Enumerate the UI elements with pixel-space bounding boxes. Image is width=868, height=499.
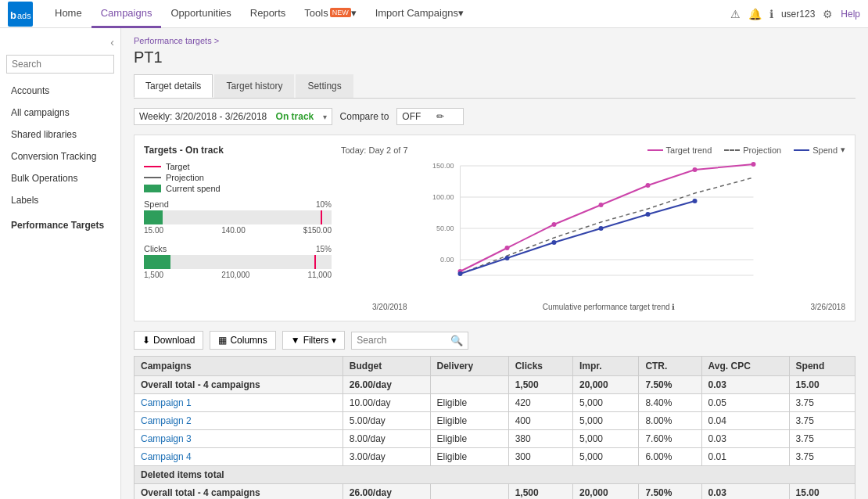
- compare-to-select[interactable]: OFF ✏: [396, 108, 464, 125]
- overall-bottom-delivery: [430, 484, 508, 500]
- svg-point-25: [693, 199, 698, 203]
- bell-icon[interactable]: 🔔: [748, 8, 762, 20]
- campaign-3-clicks: 380: [508, 430, 572, 448]
- overall-budget: 26.00/day: [343, 376, 430, 394]
- date-range-dropdown-arrow[interactable]: ▾: [323, 113, 327, 121]
- target-line-icon: [144, 166, 161, 167]
- svg-text:50.00: 50.00: [436, 224, 454, 232]
- campaign-1-clicks: 420: [508, 394, 572, 412]
- overall-ctr: 7.50%: [639, 376, 701, 394]
- tab-settings[interactable]: Settings: [296, 74, 353, 98]
- col-spend[interactable]: Spend: [789, 357, 855, 376]
- col-avg-cpc[interactable]: Avg. CPC: [701, 357, 789, 376]
- overall-clicks: 1,500: [508, 376, 572, 394]
- clicks-bar-pct: 15%: [316, 245, 332, 253]
- info-icon[interactable]: ℹ: [769, 8, 773, 20]
- sidebar-item-conversion-tracking[interactable]: Conversion Tracking: [0, 145, 120, 167]
- nav-home[interactable]: Home: [45, 0, 91, 28]
- overall-impr: 20,000: [572, 376, 638, 394]
- nav-tools[interactable]: ToolsNEW ▾: [295, 0, 365, 28]
- campaign-4-impr: 5,000: [572, 448, 638, 466]
- campaign-2-name[interactable]: Campaign 2: [135, 412, 343, 430]
- data-table: Campaigns Budget Delivery Clicks Impr. C…: [134, 356, 855, 499]
- status-badge: On track: [276, 111, 314, 122]
- col-delivery[interactable]: Delivery: [430, 357, 508, 376]
- x-end-label: 3/26/2018: [810, 303, 845, 311]
- compare-edit-icon[interactable]: ✏: [436, 111, 444, 122]
- svg-point-17: [646, 183, 651, 188]
- tab-target-details[interactable]: Target details: [134, 74, 213, 98]
- line-chart-container: Today: Day 2 of 7 Target trend Projectio…: [341, 145, 845, 311]
- overall-total-row-top: Overall total - 4 campaigns 26.00/day 1,…: [135, 376, 855, 394]
- sidebar-item-bulk-operations[interactable]: Bulk Operations: [0, 167, 120, 189]
- col-impr[interactable]: Impr.: [572, 357, 638, 376]
- campaign-1-name[interactable]: Campaign 1: [135, 394, 343, 412]
- table-search-input[interactable]: [352, 332, 446, 348]
- sidebar-item-all-campaigns[interactable]: All campaigns: [0, 102, 120, 124]
- date-range-label: Weekly: 3/20/2018 - 3/26/2018: [139, 111, 267, 122]
- overall-bottom-clicks: 1,500: [508, 484, 572, 500]
- date-range-select[interactable]: Weekly: 3/20/2018 - 3/26/2018 On track ▾: [134, 108, 332, 125]
- spend-target-line: [321, 210, 322, 224]
- alert-icon[interactable]: ⚠: [730, 8, 741, 20]
- col-budget[interactable]: Budget: [343, 357, 430, 376]
- tab-target-history[interactable]: Target history: [214, 74, 294, 98]
- download-label: Download: [153, 335, 195, 346]
- sidebar-item-shared-libraries[interactable]: Shared libraries: [0, 124, 120, 145]
- campaign-4-name[interactable]: Campaign 4: [135, 448, 343, 466]
- chart-legend: Target trend Projection Spend ▾: [647, 145, 845, 155]
- campaign-1-spend: 3.75: [789, 394, 855, 412]
- sidebar-item-labels[interactable]: Labels: [0, 189, 120, 211]
- gear-icon[interactable]: ⚙: [823, 8, 833, 20]
- user-label[interactable]: user123: [781, 9, 815, 20]
- clicks-marker-0: 1,500: [144, 271, 163, 279]
- campaign-3-name[interactable]: Campaign 3: [135, 430, 343, 448]
- campaign-row-2: Campaign 2 5.00/day Eligible 400 5,000 8…: [135, 412, 855, 430]
- col-ctr[interactable]: CTR.: [639, 357, 701, 376]
- sidebar-collapse[interactable]: ‹: [0, 33, 120, 52]
- campaign-2-impr: 5,000: [572, 412, 638, 430]
- overall-spend: 15.00: [789, 376, 855, 394]
- col-campaigns[interactable]: Campaigns: [135, 357, 343, 376]
- svg-text:0.00: 0.00: [440, 256, 454, 264]
- sidebar-item-performance-targets[interactable]: Performance Targets: [0, 214, 120, 236]
- legend-projection: Projection: [144, 173, 332, 182]
- sidebar-item-accounts[interactable]: Accounts: [0, 80, 120, 102]
- campaign-2-ctr: 8.00%: [639, 412, 701, 430]
- legend-target-trend: Target trend: [647, 145, 712, 155]
- logo[interactable]: b ads: [8, 2, 33, 27]
- svg-point-16: [599, 203, 604, 207]
- spend-bar-group: Spend 10% 15.00 140.00 $150.00: [144, 199, 332, 235]
- filters-button[interactable]: ▼ Filters ▾: [282, 331, 346, 350]
- campaign-4-ctr: 6.00%: [639, 448, 701, 466]
- sidebar-search-box[interactable]: 🔍: [6, 55, 114, 74]
- svg-point-23: [599, 226, 604, 231]
- table-search-icon[interactable]: 🔍: [446, 332, 468, 349]
- svg-text:ads: ads: [17, 11, 31, 20]
- svg-point-20: [458, 271, 463, 276]
- filters-row: Weekly: 3/20/2018 - 3/26/2018 On track ▾…: [134, 108, 855, 125]
- spend-trend-dropdown[interactable]: ▾: [841, 145, 845, 155]
- legend-target: Target: [144, 162, 332, 171]
- nav-import[interactable]: Import Campaigns ▾: [366, 0, 473, 28]
- campaign-2-clicks: 400: [508, 412, 572, 430]
- collapse-icon[interactable]: ‹: [110, 36, 114, 48]
- campaign-4-delivery: Eligible: [430, 448, 508, 466]
- filters-dropdown-arrow: ▾: [332, 335, 336, 346]
- help-link[interactable]: Help: [841, 9, 860, 20]
- columns-button[interactable]: ▦ Columns: [210, 331, 275, 350]
- col-clicks[interactable]: Clicks: [508, 357, 572, 376]
- breadcrumb[interactable]: Performance targets >: [134, 36, 855, 45]
- overall-bottom-avg-cpc: 0.03: [701, 484, 789, 500]
- nav-reports[interactable]: Reports: [241, 0, 296, 28]
- today-label: Today: Day 2 of 7: [341, 145, 408, 155]
- nav-opportunities[interactable]: Opportunities: [161, 0, 240, 28]
- campaign-1-ctr: 8.40%: [639, 394, 701, 412]
- download-button[interactable]: ⬇ Download: [134, 331, 203, 350]
- spend-marker-0: 15.00: [144, 226, 163, 235]
- table-search-box[interactable]: 🔍: [351, 332, 468, 350]
- nav-campaigns[interactable]: Campaigns: [91, 0, 162, 28]
- search-input[interactable]: [7, 56, 134, 73]
- nav-items: Home Campaigns Opportunities Reports Too…: [45, 0, 730, 28]
- line-chart-svg: 150.00 100.00 50.00 0.00: [341, 158, 845, 299]
